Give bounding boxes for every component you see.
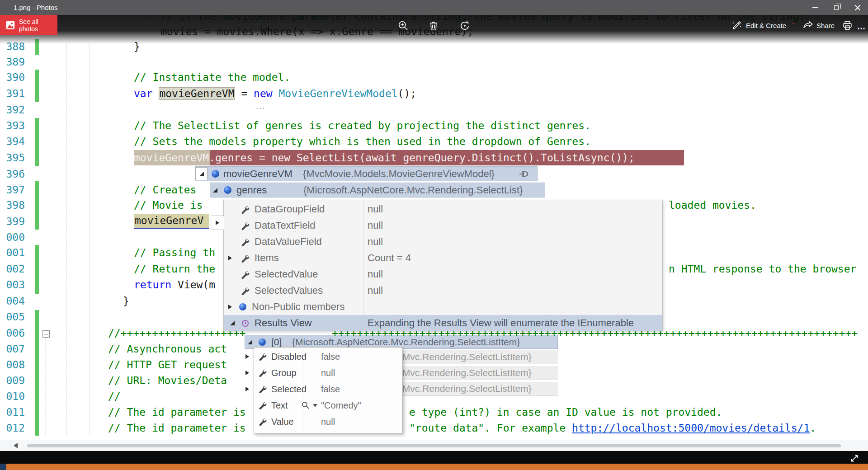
property-name: DataValueField (255, 236, 322, 248)
property-row: DataValueField null (224, 234, 662, 250)
class-name: MovieGenreViewModel (273, 88, 398, 99)
photos-app-window: 388 389 390 391 392 393 394 395 396 397 … (0, 0, 868, 470)
member-row: Value null (254, 414, 402, 430)
chevron-down-icon (313, 404, 317, 407)
variable-type: {MvcMovie.Models.MovieGenreViewModel} (303, 168, 495, 180)
member-row: Disabled false (254, 348, 402, 365)
line-number: 392 (0, 102, 25, 118)
edit-create-button[interactable] (731, 20, 742, 33)
code-line: return View(m (134, 277, 215, 292)
code-line: // The id parameter is (108, 404, 246, 420)
member-row: Selected false (254, 381, 402, 397)
property-wrench-icon (241, 238, 250, 246)
indent-guide (89, 43, 90, 436)
print-button[interactable] (842, 20, 853, 33)
more-options-button[interactable]: ⋯ (857, 24, 866, 33)
code-text: (); (398, 88, 417, 99)
line-number: 005 (0, 309, 25, 324)
expanded-icon (248, 340, 252, 344)
status-bar-orange (0, 464, 868, 470)
code-line: // Asynchronous act (108, 341, 227, 357)
object-icon (239, 303, 246, 310)
property-wrench-icon (259, 401, 267, 409)
restore-button[interactable] (826, 0, 847, 15)
minimize-icon (812, 7, 818, 8)
line-number: 399 (0, 214, 25, 229)
share-button[interactable] (803, 20, 814, 33)
see-all-photos-button[interactable]: See all photos (0, 15, 57, 35)
collapsed-icon (228, 305, 232, 309)
line-number: 007 (0, 341, 25, 357)
collapsed-icon (228, 256, 232, 260)
title-bar: 1.png - Photos (0, 0, 868, 15)
share-label[interactable]: Share (816, 22, 835, 29)
member-name: genres (236, 184, 267, 196)
member-row-text: Text "Comedy" (254, 397, 402, 414)
line-number: 002 (0, 261, 25, 277)
code-text: movieGenreVM.genres = new SelectList(awa… (134, 150, 635, 165)
code-line: // Creates (134, 182, 196, 197)
code-line: // Passing th (134, 245, 215, 260)
line-number: 000 (0, 230, 25, 245)
property-value: null (368, 236, 383, 248)
collapsed-icon (245, 354, 249, 359)
fullscreen-expand-icon (849, 453, 859, 463)
property-wrench-icon (241, 205, 250, 214)
fullscreen-expand-button[interactable] (847, 451, 862, 465)
delete-button[interactable] (428, 20, 439, 33)
code-line: } (123, 293, 129, 309)
code-line: // Movie is (134, 197, 203, 213)
member-value: false (321, 352, 340, 362)
photos-icon (5, 20, 15, 30)
trash-icon (428, 20, 439, 32)
zoom-button[interactable] (397, 20, 409, 33)
collapsed-icon (245, 371, 249, 375)
line-number: 009 (0, 373, 25, 388)
highlighted-statement-line: movieGenreVM.genres = new SelectList(awa… (134, 150, 684, 165)
property-name: DataGroupField (255, 203, 325, 215)
line-number: 010 (0, 389, 25, 404)
photo-viewer-image: 388 389 390 391 392 393 394 395 396 397 … (0, 15, 868, 451)
member-value: null (321, 417, 335, 427)
selectlistitem-member-popup: Disabled false Group null Selected false… (254, 347, 403, 433)
non-public-members-row: Non-Public members (224, 299, 662, 315)
property-wrench-icon (259, 352, 267, 361)
code-line-fragment: "route data". For example http://localho… (409, 420, 816, 436)
member-name: Selected (271, 384, 307, 395)
expanded-icon (199, 172, 204, 176)
line-number: 006 (0, 325, 25, 341)
rotate-icon (459, 20, 471, 32)
property-row: SelectedValue null (224, 266, 662, 282)
line-number: 389 (0, 54, 25, 70)
collapsed-icon (216, 221, 219, 225)
minimize-button[interactable] (805, 0, 826, 15)
line-number: 394 (0, 134, 25, 149)
keyword: new (254, 88, 273, 99)
line-number: 398 (0, 197, 25, 213)
edit-create-label[interactable]: Edit & Create (746, 22, 786, 29)
code-line-fragment: e type (int?) in case an ID value is not… (409, 404, 722, 420)
expanded-icon (213, 188, 217, 193)
code-line-fragment: n HTML response to the browser (669, 261, 856, 277)
member-name: Value (271, 417, 294, 427)
occluded-list-row: .Mvc.Rendering.SelectListItem} (388, 366, 558, 380)
item-index: [0] (271, 337, 282, 348)
edit-create-chevron-icon[interactable]: ˇ (792, 23, 794, 30)
member-value: false (321, 384, 340, 395)
identifier-highlight: movieGenreVM (159, 87, 235, 100)
line-number: 001 (0, 245, 25, 260)
horizontal-scrollbar (0, 440, 868, 451)
code-fold-collapse-box (42, 330, 50, 338)
suggestion-dots: ... (256, 102, 265, 111)
status-bar-navy-segment (0, 464, 6, 470)
property-name: Non-Public members (252, 301, 344, 313)
property-row: SelectedValues null (224, 282, 662, 299)
url-link: http://localhost:5000/movies/details/1 (572, 422, 810, 434)
rotate-button[interactable] (459, 20, 471, 33)
object-icon (259, 338, 266, 346)
code-line: // Instantiate the model. (134, 70, 290, 85)
datatip-property-panel: DataGroupField null DataTextField null D… (223, 200, 663, 331)
close-button[interactable] (847, 0, 868, 15)
code-line: // Return the (134, 261, 215, 277)
edit-pencil-icon (731, 20, 742, 31)
